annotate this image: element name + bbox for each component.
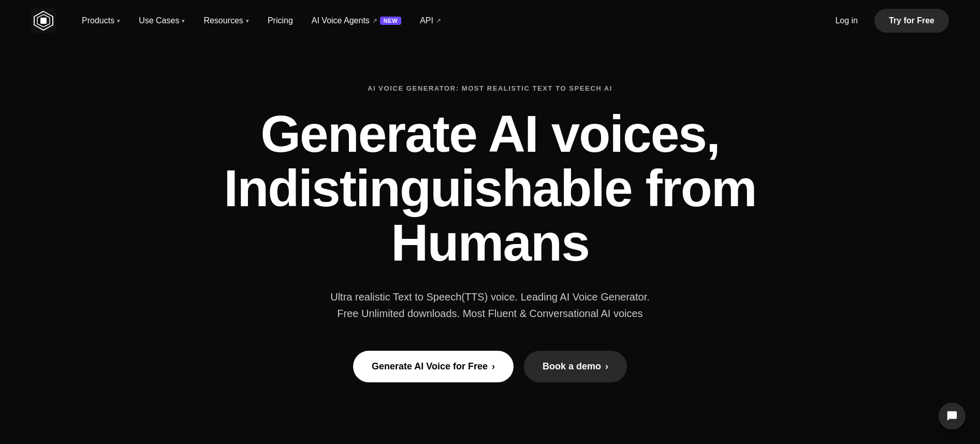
hero-title-line3: Humans: [391, 213, 589, 271]
nav-right: Log in Try for Free: [827, 9, 949, 33]
external-link-icon: ↗: [372, 17, 377, 24]
nav-left: Products ▾ Use Cases ▾ Resources ▾ Prici…: [31, 8, 448, 33]
chat-button[interactable]: [939, 403, 966, 429]
arrow-icon: ›: [605, 361, 608, 372]
nav-resources[interactable]: Resources ▾: [196, 12, 256, 30]
hero-subtitle: Ultra realistic Text to Speech(TTS) voic…: [330, 289, 650, 322]
nav-pricing[interactable]: Pricing: [260, 12, 300, 30]
nav-ai-voice-agents[interactable]: AI Voice Agents ↗ NEW: [304, 12, 408, 30]
hero-buttons: Generate AI Voice for Free › Book a demo…: [353, 351, 627, 382]
nav-api[interactable]: API ↗: [413, 12, 448, 30]
nav-links: Products ▾ Use Cases ▾ Resources ▾ Prici…: [75, 12, 448, 30]
arrow-icon: ›: [492, 361, 495, 372]
hero-title-line2: Indistinguishable from: [224, 159, 756, 217]
chevron-down-icon: ▾: [117, 18, 120, 24]
hero-section: AI VOICE GENERATOR: MOST REALISTIC TEXT …: [0, 41, 980, 414]
hero-title: Generate AI voices, Indistinguishable fr…: [224, 107, 756, 270]
chevron-down-icon: ▾: [182, 18, 185, 24]
try-free-button[interactable]: Try for Free: [874, 9, 949, 33]
logo[interactable]: [31, 8, 56, 33]
nav-use-cases[interactable]: Use Cases ▾: [131, 12, 192, 30]
chat-icon: [946, 410, 958, 422]
book-demo-button[interactable]: Book a demo ›: [524, 351, 627, 382]
hero-title-line1: Generate AI voices,: [260, 105, 720, 163]
book-demo-label: Book a demo: [543, 361, 601, 372]
svg-rect-3: [40, 18, 47, 24]
generate-voice-button[interactable]: Generate AI Voice for Free ›: [353, 351, 514, 382]
login-button[interactable]: Log in: [827, 12, 866, 30]
generate-voice-label: Generate AI Voice for Free: [372, 361, 488, 372]
hero-eyebrow: AI VOICE GENERATOR: MOST REALISTIC TEXT …: [368, 84, 612, 92]
chevron-down-icon: ▾: [246, 18, 249, 24]
nav-products[interactable]: Products ▾: [75, 12, 127, 30]
navbar: Products ▾ Use Cases ▾ Resources ▾ Prici…: [0, 0, 980, 41]
external-link-icon: ↗: [436, 17, 441, 24]
